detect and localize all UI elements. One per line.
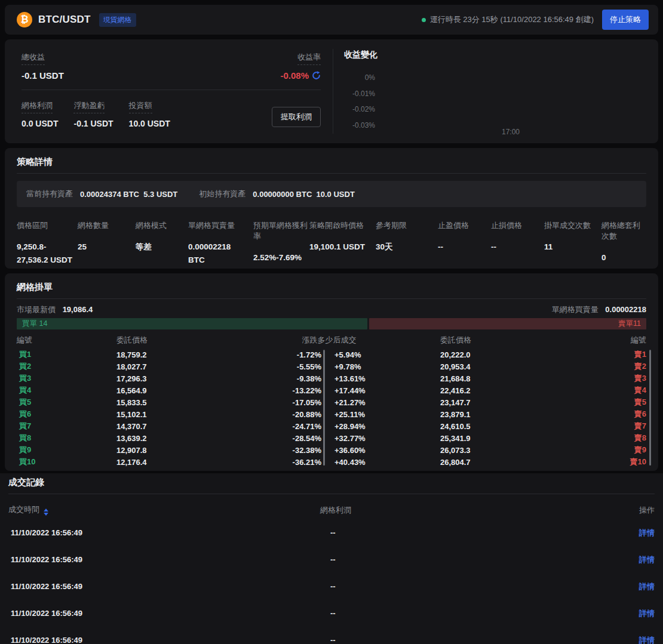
sell-order-price: 26,073.3	[440, 446, 614, 455]
divider	[22, 90, 321, 90]
per-grid-label: 單網格買賣量	[552, 305, 598, 314]
buy-move-percent: -28.54%	[218, 434, 321, 443]
sell-order-price: 23,879.1	[440, 410, 614, 419]
sell-order-price: 23,147.7	[440, 398, 614, 407]
field-label: 網格數量	[78, 220, 136, 231]
buy-table-scrollbar[interactable]	[323, 350, 325, 466]
sell-move-percent: +5.94%	[334, 350, 440, 359]
field-value: --	[491, 241, 544, 254]
floating-pnl-value: -0.1 USDT	[73, 119, 113, 128]
field-label: 單網格買賣量	[188, 220, 253, 231]
grid-profit-cell: --	[320, 528, 583, 537]
buy-order-price: 17,296.3	[116, 374, 218, 383]
order-row: 買5 15,833.5 -17.05% +21.27% 23,147.7 賣5	[17, 396, 646, 408]
details-link[interactable]: 詳情	[583, 608, 655, 619]
market-price-value: 19,086.4	[63, 305, 93, 314]
stop-strategy-button[interactable]: 停止策略	[602, 10, 649, 30]
current-assets-label: 當前持有資產	[26, 189, 73, 199]
buy-order-id: 買4	[17, 385, 116, 396]
strategy-field: 參考期限 30天	[376, 220, 438, 267]
details-link[interactable]: 詳情	[583, 581, 655, 592]
record-row: 11/10/2022 16:56:49 -- 詳情	[8, 546, 655, 573]
order-row: 買2 18,027.7 -5.55% +9.78% 20,953.4 賣2	[17, 360, 646, 372]
investment-label: 投資額	[129, 100, 152, 113]
buy-move-percent: -13.22%	[218, 386, 321, 395]
field-value: 等差	[136, 241, 188, 254]
grid-profit-value: 0.0 USDT	[22, 119, 58, 128]
per-grid-block: 單網格買賣量 0.00002218	[552, 304, 646, 315]
total-profit-block: 總收益 -0.1 USDT	[22, 51, 64, 81]
section-title-details: 策略詳情	[17, 156, 646, 168]
strategy-field: 預期單網格獲利率 2.52%-7.69%	[253, 220, 309, 267]
order-row: 買4 16,564.9 -13.22% +17.44% 22,416.2 賣4	[17, 384, 646, 396]
sell-order-id: 賣5	[614, 397, 646, 408]
orders-table-header: 編號 委託價格 漲跌多少后成交 委託價格 編號	[17, 335, 646, 345]
buy-order-price: 18,027.7	[116, 362, 218, 371]
buy-order-price: 14,370.7	[116, 422, 218, 431]
buy-order-id: 買3	[17, 373, 116, 384]
divider	[8, 494, 655, 494]
trade-time: 11/10/2022 16:56:49	[8, 555, 320, 564]
profit-panel: 總收益 -0.1 USDT 收益率 -0.08%	[5, 39, 658, 143]
sell-order-price: 20,222.0	[440, 350, 614, 359]
profit-stats-row: 網格利潤 0.0 USDT 浮動盈虧 -0.1 USDT 投資額 10.0 US…	[22, 100, 321, 128]
sell-move-percent: +9.78%	[334, 362, 440, 371]
buy-order-id: 買6	[17, 409, 116, 420]
records-table-body: 11/10/2022 16:56:49 -- 詳情 11/10/2022 16:…	[8, 519, 655, 644]
x-axis-tick: 17:00	[492, 128, 530, 136]
strategy-type-badge: 現貨網格	[99, 13, 136, 27]
field-label: 策略開啟時價格	[309, 220, 376, 231]
buy-order-id: 買2	[17, 361, 116, 372]
field-value: --	[438, 241, 491, 254]
buy-order-price: 15,102.1	[116, 410, 218, 419]
buy-move-percent: -9.38%	[218, 374, 321, 383]
divider	[17, 173, 646, 174]
profit-calculator-icon[interactable]	[312, 71, 321, 80]
record-row: 11/10/2022 16:56:49 -- 詳情	[8, 600, 655, 627]
col-move-to-fill: 漲跌多少后成交	[218, 335, 440, 346]
field-value: 19,100.1 USDT	[309, 241, 376, 254]
trade-time: 11/10/2022 16:56:49	[8, 609, 320, 618]
details-link[interactable]: 詳情	[583, 554, 655, 565]
buy-order-id: 買1	[17, 349, 116, 360]
y-axis-tick: -0.02%	[333, 105, 375, 113]
sell-move-percent: +17.44%	[334, 386, 440, 395]
grid-profit-cell: --	[320, 582, 583, 591]
order-row: 買1 18,759.2 -1.72% +5.94% 20,222.0 賣1	[17, 349, 646, 360]
records-table-header: 成交時間 網格利潤 操作	[8, 504, 655, 514]
current-assets-value: 0.00024374 BTC 5.3 USDT	[80, 190, 177, 199]
trade-time: 11/10/2022 16:56:49	[8, 528, 320, 537]
header-right: 運行時長 23分 15秒 (11/10/2022 16:56:49 創建) 停止…	[422, 10, 649, 30]
buy-order-price: 15,833.5	[116, 398, 218, 407]
extract-profit-button[interactable]: 提取利潤	[272, 107, 321, 127]
market-price-label: 市場最新價	[17, 305, 56, 314]
orders-ratio-bar: 買單 14 賣單11	[17, 318, 646, 329]
strategy-details-panel: 策略詳情 當前持有資產 0.00024374 BTC 5.3 USDT 初始持有…	[5, 148, 658, 269]
buy-move-percent: -20.88%	[218, 410, 321, 419]
sell-orders-bar: 賣單11	[369, 318, 646, 329]
record-row: 11/10/2022 16:56:49 -- 詳情	[8, 573, 655, 600]
trade-time: 11/10/2022 16:56:49	[8, 582, 320, 591]
sell-move-percent: +32.77%	[334, 434, 440, 443]
order-row: 買10 12,176.4 -36.21% +40.43% 26,804.7 賣1…	[17, 456, 646, 468]
grid-orders-panel: 網格掛單 市場最新價 19,086.4 單網格買賣量 0.00002218 買單…	[5, 273, 658, 471]
sell-table-scrollbar[interactable]	[649, 350, 651, 466]
buy-order-price: 16,564.9	[116, 386, 218, 395]
header-bar: ₿ BTC/USDT 現貨網格 運行時長 23分 15秒 (11/10/2022…	[5, 5, 658, 35]
buy-move-percent: -5.55%	[218, 362, 321, 371]
field-label: 止盈價格	[438, 220, 491, 231]
buy-order-id: 買10	[17, 457, 116, 467]
col-buy-price: 委託價格	[116, 335, 218, 346]
sell-order-price: 21,684.8	[440, 374, 614, 383]
details-link[interactable]: 詳情	[583, 635, 655, 644]
sell-move-percent: +36.60%	[334, 446, 440, 455]
buy-order-price: 13,639.2	[116, 434, 218, 443]
sort-icon[interactable]	[44, 509, 48, 516]
y-axis-tick: -0.03%	[333, 121, 375, 130]
sell-order-id: 賣1	[614, 349, 646, 360]
buy-orders-bar: 買單 14	[17, 318, 367, 329]
order-row: 買7 14,370.7 -24.71% +28.94% 24,610.5 賣7	[17, 420, 646, 432]
grid-profit-cell: --	[320, 555, 583, 564]
details-link[interactable]: 詳情	[583, 528, 655, 538]
page-title: BTC/USDT	[38, 14, 91, 26]
